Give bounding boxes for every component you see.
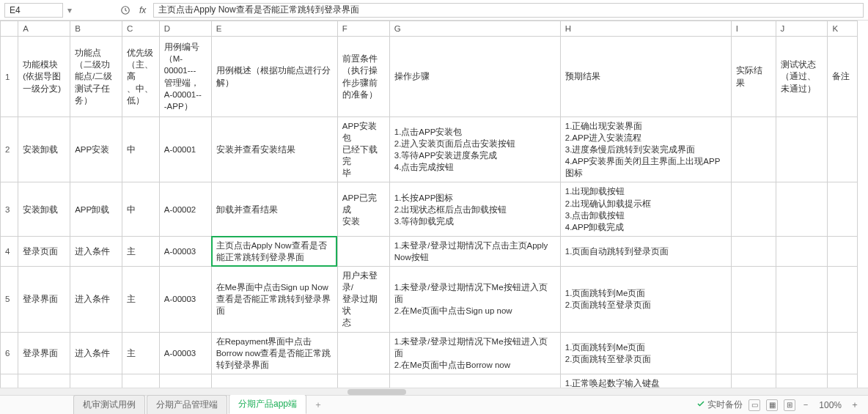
cell-B3[interactable]: APP卸载 (70, 182, 122, 236)
cell-E5[interactable]: 在Me界面中点击Sign up Now查看是否能正常跳转到登录界面 (211, 267, 337, 332)
cell-G4[interactable]: 1.未登录/登录过期情况下点击主页Apply Now按钮 (389, 236, 560, 266)
backup-indicator[interactable]: 实时备份 (696, 399, 743, 411)
cell-C5[interactable]: 主 (122, 267, 160, 332)
cell-D6[interactable]: A-00003 (159, 332, 211, 374)
cell-A6[interactable]: 登录界面 (18, 332, 70, 374)
cell-A2[interactable]: 安装卸载 (18, 117, 70, 182)
sheet-tab-1[interactable]: 分期产品管理端 (147, 395, 227, 414)
cell-G7[interactable]: 1.进入界面后点击文本输入框 2.在唤起键盘内输入号码 3.点击完成或屏幕其他地… (389, 374, 560, 388)
cell-C6[interactable]: 主 (122, 332, 160, 374)
cell-J2[interactable] (776, 117, 828, 182)
cell-E2[interactable]: 安装并查看安装结果 (211, 117, 337, 182)
cell-B1[interactable]: 功能点 （二级功 能点/二级 测试子任 务） (70, 37, 122, 117)
cell-J5[interactable] (776, 267, 828, 332)
cell-K3[interactable] (828, 182, 858, 236)
cell-J3[interactable] (776, 182, 828, 236)
cell-F4[interactable] (337, 236, 389, 266)
cell-C3[interactable]: 中 (122, 182, 160, 236)
zoom-in-icon[interactable]: ＋ (850, 399, 859, 411)
cell-F6[interactable] (337, 332, 389, 374)
column-header-E[interactable]: E (211, 21, 337, 37)
column-header-F[interactable]: F (337, 21, 389, 37)
cell-G5[interactable]: 1.未登录/登录过期情况下Me按钮进入页面 2.在Me页面中点击Sign up … (389, 267, 560, 332)
formula-bar[interactable]: 主页点击Apply Now查看是否能正常跳转到登录界面 (153, 3, 864, 18)
cell-C4[interactable]: 主 (122, 236, 160, 266)
cell-J7[interactable] (776, 374, 828, 388)
cell-A7[interactable]: 登录界面 (18, 374, 70, 388)
cell-K5[interactable] (828, 267, 858, 332)
cell-G6[interactable]: 1.未登录/登录过期情况下Me按钮进入页面 2.在Me页面中点击Borrow n… (389, 332, 560, 374)
cell-E6[interactable]: 在Repayment界面中点击Borrow now查看是否能正常跳转到登录界面 (211, 332, 337, 374)
cell-D7[interactable]: A-00004 (159, 374, 211, 388)
cell-E1[interactable]: 用例概述（根据功能点进行分解） (211, 37, 337, 117)
cell-E3[interactable]: 卸载并查看结果 (211, 182, 337, 236)
grid-area[interactable]: ABCDEFGHIJK1功能模块 (依据导图 一级分支)功能点 （二级功 能点/… (0, 21, 868, 388)
cell-A4[interactable]: 登录页面 (18, 236, 70, 266)
cell-D3[interactable]: A-00002 (159, 182, 211, 236)
cell-G1[interactable]: 操作步骤 (389, 37, 560, 117)
column-header-G[interactable]: G (389, 21, 560, 37)
zoom-level[interactable]: 100% (816, 400, 845, 410)
cell-H5[interactable]: 1.页面跳转到Me页面 2.页面跳转至登录页面 (560, 267, 731, 332)
cell-I7[interactable] (731, 374, 776, 388)
row-header-1[interactable]: 1 (1, 37, 18, 117)
view-normal-icon[interactable]: ▭ (749, 399, 760, 411)
cell-A3[interactable]: 安装卸载 (18, 182, 70, 236)
cell-B2[interactable]: APP安装 (70, 117, 122, 182)
cell-J4[interactable] (776, 236, 828, 266)
cell-I4[interactable] (731, 236, 776, 266)
cell-B7[interactable]: 手机号文本 框 (70, 374, 122, 388)
cell-G2[interactable]: 1.点击APP安装包 2.进入安装页面后点击安装按钮 3.等待APP安装进度条完… (389, 117, 560, 182)
cell-F5[interactable]: 用户未登录/ 登录过期状 态 (337, 267, 389, 332)
cell-F7[interactable]: 文本框中没 有字符 (337, 374, 389, 388)
cell-K6[interactable] (828, 332, 858, 374)
cell-F2[interactable]: APP安装包 已经下载完 毕 (337, 117, 389, 182)
scrollbar-thumb[interactable] (347, 389, 406, 395)
row-header-5[interactable]: 5 (1, 267, 18, 332)
cell-D5[interactable]: A-00003 (159, 267, 211, 332)
cell-K7[interactable] (828, 374, 858, 388)
column-header-B[interactable]: B (70, 21, 122, 37)
cell-H4[interactable]: 1.页面自动跳转到登录页面 (560, 236, 731, 266)
cell-A5[interactable]: 登录界面 (18, 267, 70, 332)
name-box-dropdown-icon[interactable]: ▾ (67, 5, 78, 15)
cell-F1[interactable]: 前置条件 （执行操 作步骤前 的准备） (337, 37, 389, 117)
cell-I5[interactable] (731, 267, 776, 332)
view-grid-icon[interactable]: ▦ (766, 399, 778, 411)
cell-B6[interactable]: 进入条件 (70, 332, 122, 374)
cell-H7[interactable]: 1.正常唤起数字输入键盘 2.输入一个字符后文本框中默认显示的 Enter yo… (560, 374, 731, 388)
spreadsheet-grid[interactable]: ABCDEFGHIJK1功能模块 (依据导图 一级分支)功能点 （二级功 能点/… (0, 21, 858, 388)
cell-E4[interactable]: 主页点击Apply Now查看是否能正常跳转到登录界面 (211, 236, 337, 266)
cell-C1[interactable]: 优先级 （主、高 、中、 低） (122, 37, 160, 117)
history-icon[interactable] (119, 4, 132, 17)
column-header-J[interactable]: J (776, 21, 828, 37)
cell-G3[interactable]: 1.长按APP图标 2.出现状态框后点击卸载按钮 3.等待卸载完成 (389, 182, 560, 236)
cell-K2[interactable] (828, 117, 858, 182)
add-sheet-button[interactable]: ＋ (308, 396, 328, 414)
cell-F3[interactable]: APP已完成 安装 (337, 182, 389, 236)
column-header-A[interactable]: A (18, 21, 70, 37)
cell-K4[interactable] (828, 236, 858, 266)
cell-I3[interactable] (731, 182, 776, 236)
column-header-H[interactable]: H (560, 21, 731, 37)
cell-D1[interactable]: 用例编号 （M- 00001--- 管理端， A-00001-- -APP） (159, 37, 211, 117)
cell-B5[interactable]: 进入条件 (70, 267, 122, 332)
horizontal-scrollbar[interactable] (0, 388, 868, 395)
cell-I1[interactable]: 实际结果 (731, 37, 776, 117)
cell-A1[interactable]: 功能模块 (依据导图 一级分支) (18, 37, 70, 117)
cell-B4[interactable]: 进入条件 (70, 236, 122, 266)
zoom-out-icon[interactable]: － (801, 399, 810, 411)
cell-K1[interactable]: 备注 (828, 37, 858, 117)
cell-J1[interactable]: 测试状态 （通过、 未通过） (776, 37, 828, 117)
column-header-D[interactable]: D (159, 21, 211, 37)
cell-C2[interactable]: 中 (122, 117, 160, 182)
row-header-3[interactable]: 3 (1, 182, 18, 236)
row-header-4[interactable]: 4 (1, 236, 18, 266)
sheet-tab-0[interactable]: 机审测试用例 (73, 395, 145, 414)
cell-C7[interactable]: 中 (122, 374, 160, 388)
column-header-I[interactable]: I (731, 21, 776, 37)
select-all-corner[interactable] (1, 21, 18, 37)
name-box[interactable]: E4 (4, 3, 63, 18)
cell-H2[interactable]: 1.正确出现安装界面 2.APP进入安装流程 3.进度条慢后跳转到安装完成界面 … (560, 117, 731, 182)
cell-H6[interactable]: 1.页面跳转到Me页面 2.页面跳转至登录页面 (560, 332, 731, 374)
